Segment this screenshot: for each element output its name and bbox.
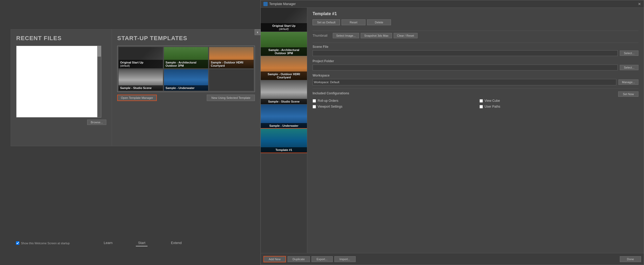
workspace-row: Workspace: Default Manage...	[313, 79, 638, 85]
reset-button[interactable]: Reset	[342, 19, 365, 25]
template-empty	[209, 69, 254, 91]
show-startup-checkbox[interactable]	[16, 241, 19, 245]
tm-thumb-studio: Sample - Studio Scene	[261, 80, 307, 104]
tm-thumb-outdoor-label: Sample - Outdoor HDRI Courtyard	[261, 71, 307, 80]
startup-templates-title: START-UP TEMPLATES	[117, 35, 255, 42]
tab-learn[interactable]: Learn	[102, 240, 115, 246]
workspace-dropdown[interactable]: Workspace: Default	[313, 79, 616, 85]
tm-thumb-outdoor: Sample - Outdoor HDRI Courtyard	[261, 56, 307, 80]
user-paths-row: User Paths	[479, 105, 638, 108]
included-configs-section: Included Configurations Set Now Roll-up …	[313, 91, 638, 110]
thumbnail-label: Thumbnail	[313, 34, 327, 37]
rollup-orders-checkbox[interactable]	[313, 99, 316, 103]
show-startup-row: Show this Welcome Screen at startup	[16, 241, 70, 245]
viewcube-label: View Cube	[485, 99, 500, 103]
nav-tabs: Learn Start Extend	[102, 240, 184, 246]
tm-icon	[263, 2, 268, 6]
delete-button[interactable]: Delete	[367, 19, 391, 25]
scene-file-select-button[interactable]: Select...	[620, 51, 638, 56]
browse-button[interactable]: Browse...	[87, 120, 106, 125]
user-paths-label: User Paths	[485, 105, 500, 108]
viewport-settings-label: Viewport Settings	[318, 105, 342, 108]
scene-file-label: Scene File	[313, 45, 638, 49]
viewport-settings-row: Viewport Settings	[313, 105, 472, 108]
recent-files-list[interactable]	[16, 46, 101, 117]
template-arch[interactable]: Sample - Architectural Outdoor 3PM	[164, 47, 208, 68]
tab-extend[interactable]: Extend	[169, 240, 184, 246]
scene-file-input[interactable]	[313, 50, 618, 56]
project-folder-select-button[interactable]: Select...	[620, 65, 638, 70]
tm-titlebar: Template Manager ✕	[261, 0, 644, 8]
scrollbar-thumb	[98, 46, 101, 57]
tm-body: Original Start Up(default) Sample - Arch…	[261, 8, 644, 253]
recent-files-title: RECENT FILES	[16, 35, 106, 42]
tm-list-item-underwater[interactable]: Sample - Underwater	[261, 104, 307, 129]
template-underwater-label: Sample - Underwater	[164, 85, 208, 91]
tm-thumb-underwater: Sample - Underwater	[261, 104, 307, 128]
tm-thumb-underwater-label: Sample - Underwater	[261, 123, 307, 128]
recent-files-panel: RECENT FILES Browse...	[11, 30, 112, 146]
set-as-default-button[interactable]: Set as Default	[313, 19, 340, 25]
included-configs-label: Included Configurations	[313, 91, 349, 95]
open-template-manager-button[interactable]: Open Template Manager	[117, 95, 157, 101]
tm-list-item-arch[interactable]: Sample - Architectural Outdoor 3PM	[261, 32, 307, 56]
export-button[interactable]: Export...	[312, 256, 333, 262]
tm-thumb-startup-label: Original Start Up(default)	[261, 23, 307, 32]
tm-list-item-template1[interactable]: Template #1	[261, 129, 307, 153]
template-startup[interactable]: Original Start Up(default)	[119, 47, 163, 68]
tm-thumb-template1-label: Template #1	[261, 147, 307, 153]
done-button[interactable]: Done	[620, 256, 641, 262]
tm-close-button[interactable]: ✕	[638, 2, 641, 6]
project-folder-section: Project Folder Select...	[313, 59, 638, 70]
new-using-selected-button[interactable]: New Using Selected Template	[207, 95, 255, 101]
manage-button[interactable]: Manage...	[618, 79, 638, 85]
template-studio[interactable]: Sample - Studio Scene	[119, 69, 163, 91]
workspace-label: Workspace	[313, 74, 638, 77]
configs-grid: Roll-up Orders View Cube Viewport Settin…	[313, 99, 638, 110]
select-image-button[interactable]: Select Image...	[333, 33, 359, 38]
tm-list-item-outdoor[interactable]: Sample - Outdoor HDRI Courtyard	[261, 56, 307, 80]
snapshot-button[interactable]: Snapshot 3ds Max	[361, 33, 392, 38]
welcome-nav: Show this Welcome Screen at startup Lear…	[11, 237, 260, 249]
template-underwater[interactable]: Sample - Underwater	[164, 69, 208, 91]
template-actions: Open Template Manager New Using Selected…	[117, 95, 255, 101]
tm-thumb-arch: Sample - Architectural Outdoor 3PM	[261, 32, 307, 56]
tm-list-panel: Original Start Up(default) Sample - Arch…	[261, 8, 307, 253]
tm-thumb-studio-label: Sample - Studio Scene	[261, 99, 307, 104]
tm-bottom-bar: Add New Duplicate Export... Import... Do…	[261, 253, 644, 265]
project-folder-input[interactable]	[313, 65, 618, 70]
tm-config-panel: Template #1 Set as Default Reset Delete …	[307, 8, 644, 253]
thumbnail-row: Thumbnail Select Image... Snapshot 3ds M…	[313, 33, 638, 38]
recent-files-scrollbar[interactable]	[97, 46, 101, 117]
tm-list-item-startup[interactable]: Original Start Up(default)	[261, 8, 307, 32]
viewcube-row: View Cube	[479, 99, 638, 103]
scene-file-section: Scene File Select...	[313, 45, 638, 56]
welcome-close-button[interactable]: x	[255, 29, 260, 35]
startup-templates-panel: START-UP TEMPLATES Original Start Up(def…	[112, 30, 260, 146]
set-now-button[interactable]: Set Now	[618, 91, 638, 97]
clear-reset-button[interactable]: Clear / Reset	[394, 33, 418, 38]
tab-start[interactable]: Start	[136, 240, 147, 246]
project-folder-row: Select...	[313, 65, 638, 70]
viewport-settings-checkbox[interactable]	[313, 105, 316, 108]
template-startup-label: Original Start Up(default)	[119, 60, 163, 68]
templates-grid: Original Start Up(default) Sample - Arch…	[117, 46, 255, 92]
rollup-orders-row: Roll-up Orders	[313, 99, 472, 103]
tm-thumb-arch-label: Sample - Architectural Outdoor 3PM	[261, 47, 307, 56]
thumbnail-buttons: Select Image... Snapshot 3ds Max Clear /…	[333, 33, 418, 38]
template-outdoor[interactable]: Sample - Outdoor HDRI Courtyard	[209, 47, 254, 68]
import-button[interactable]: Import...	[334, 256, 356, 262]
tm-top-buttons: Set as Default Reset Delete	[313, 19, 638, 25]
welcome-dialog: x RECENT FILES Browse... START-UP TEMPLA…	[11, 29, 260, 146]
workspace-section: Workspace Workspace: Default Manage...	[313, 74, 638, 85]
scene-file-row: Select...	[313, 50, 638, 56]
rollup-orders-label: Roll-up Orders	[318, 99, 338, 103]
add-new-button[interactable]: Add New	[263, 256, 286, 262]
template-outdoor-label: Sample - Outdoor HDRI Courtyard	[209, 60, 254, 68]
project-folder-label: Project Folder	[313, 59, 638, 63]
viewcube-checkbox[interactable]	[479, 99, 483, 103]
tm-list-item-studio[interactable]: Sample - Studio Scene	[261, 80, 307, 104]
show-startup-label: Show this Welcome Screen at startup	[21, 242, 70, 245]
user-paths-checkbox[interactable]	[479, 105, 483, 108]
duplicate-button[interactable]: Duplicate	[288, 256, 310, 262]
